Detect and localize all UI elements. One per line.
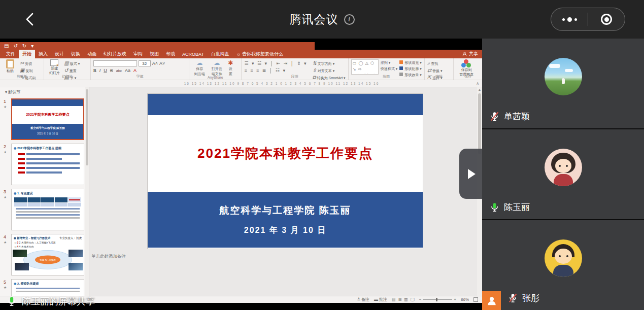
strikethrough-button[interactable]: S: [110, 68, 113, 73]
align-text-button[interactable]: ⇳ 对齐文本 ▾: [312, 67, 345, 74]
font-size-box[interactable]: 32: [139, 60, 151, 66]
thumbnail-scrollbar[interactable]: [85, 87, 89, 296]
italic-button[interactable]: I: [99, 68, 101, 73]
tab-view[interactable]: 视图: [146, 50, 162, 58]
quick-styles-button[interactable]: 快速样式 ▾: [381, 66, 397, 72]
slide-thumbnail-2[interactable]: ◉ 2021学院本科教学工作要点 提纲: [11, 144, 84, 185]
copy-button[interactable]: ▣ 复制: [20, 67, 36, 74]
undo-icon[interactable]: ↺: [13, 44, 17, 49]
shrink-font-button[interactable]: A˅: [159, 61, 165, 66]
notes-placeholder[interactable]: 单击此处添加备注: [91, 254, 126, 260]
tab-baidu-netdisk[interactable]: 百度网盘: [208, 50, 233, 58]
ppt-workspace: ▾ 默认节 1 ★ 2021学院本科教学工作要点 航空科学与工程学院 陈玉丽 2…: [0, 87, 482, 296]
reading-view-button[interactable]: ▥: [404, 297, 408, 302]
cut-button[interactable]: ✂ 剪切: [20, 60, 36, 66]
mic-on-icon: [6, 296, 17, 307]
info-icon[interactable]: i: [344, 14, 355, 25]
text-direction-button[interactable]: ⇅ 文字方向 ▾: [312, 60, 345, 66]
bold-button[interactable]: B: [93, 68, 96, 73]
member-view-badge[interactable]: [482, 291, 501, 310]
grow-font-button[interactable]: A˄: [152, 61, 158, 66]
section-header[interactable]: ▾ 默认节: [0, 87, 89, 95]
app-title: 腾讯会议: [290, 12, 338, 27]
main-slide[interactable]: 2021学院本科教学工作要点 航空科学与工程学院 陈玉丽 2021 年 3 月 …: [148, 94, 423, 249]
sorter-view-button[interactable]: ⊞: [398, 297, 402, 302]
font-color-button[interactable]: A: [133, 68, 137, 73]
list-buttons-row[interactable]: ☰ ▾ ☱ ▾ │ ⇤ ⇥ │ ⇕ ▾: [244, 61, 307, 66]
tab-animations[interactable]: 动画: [84, 50, 100, 58]
notes-toggle[interactable]: ≜ 备注: [357, 297, 369, 302]
tab-home[interactable]: 开始: [19, 50, 35, 58]
person-icon: [462, 52, 467, 56]
case-button[interactable]: Aa: [125, 68, 130, 73]
thumb3-table: [14, 197, 81, 206]
arrange-button[interactable]: 排列 ▾: [381, 60, 397, 65]
find-button[interactable]: ⌕ 查找: [427, 60, 443, 66]
ppt-share-button[interactable]: 共享: [462, 50, 478, 58]
participant-tile-3[interactable]: 张彤: [482, 220, 644, 310]
tab-file[interactable]: 文件: [3, 50, 19, 58]
scroll-up-icon[interactable]: ▲: [478, 87, 482, 92]
comments-toggle[interactable]: ▬ 批注: [374, 297, 387, 302]
layout-button[interactable]: ▥ 版式 ▾: [64, 60, 80, 66]
lightbulb-icon: ☼: [236, 52, 241, 57]
fit-slide-icon[interactable]: [473, 297, 478, 302]
tab-transitions[interactable]: 切换: [67, 50, 84, 58]
save-to-cloud-button[interactable]: ☁保存到云端: [192, 59, 207, 76]
participant-tile-1[interactable]: 单茜颖: [482, 39, 644, 128]
shape-fill-button[interactable]: 形状填充 ▾: [399, 60, 421, 65]
participant-name: 陈玉丽: [504, 201, 530, 213]
zoom-in-icon[interactable]: +: [454, 297, 456, 302]
expand-videos-handle[interactable]: [459, 149, 482, 199]
underline-button[interactable]: U: [104, 68, 107, 73]
align-buttons-row[interactable]: ≡ ≡ ≡ ≣ │ ☷ ▾: [244, 68, 307, 73]
slide-thumbnail-3[interactable]: ◉ 1. 专业建设: [11, 189, 84, 230]
tab-insert[interactable]: 插入: [35, 50, 51, 58]
slide-subtitle: 航空科学与工程学院 陈玉丽: [148, 204, 423, 217]
slide-thumbnail-4[interactable]: ◉ 新增专业－智能飞行器技术专业负责人：刘虎 □ 2 2 大理科方向：人工智能+…: [11, 234, 84, 275]
zoom-level[interactable]: 86%: [461, 297, 469, 302]
shape-outline-button[interactable]: 形状轮廓 ▾: [399, 66, 421, 72]
shapes-gallery[interactable]: ▭ ◯ △ ⬡ ↘ ⇨□ ◇ ⟋ ⟍ ☆ ⇦: [351, 59, 379, 75]
paste-button[interactable]: 粘贴: [3, 59, 18, 73]
cloud-icon: ☁: [196, 59, 202, 66]
zoom-out-icon[interactable]: −: [419, 297, 422, 302]
new-slide-button[interactable]: 新建幻灯片: [47, 59, 62, 76]
thumbnail-wrap-3: 3 ★ ◉ 1. 专业建设: [11, 189, 84, 230]
redo-icon[interactable]: ↻: [22, 44, 26, 49]
slideshow-button[interactable]: 🖵: [411, 297, 415, 302]
slide-thumbnail-5[interactable]: ◉ 2. 师资队伍建设: [11, 279, 84, 296]
more-options-button[interactable]: [551, 8, 588, 30]
slide-thumbnail-1[interactable]: 2021学院本科教学工作要点 航空科学与工程学院 陈玉丽 2021 年 3 月 …: [11, 98, 84, 140]
tab-design[interactable]: 设计: [51, 50, 67, 58]
tab-review[interactable]: 审阅: [130, 50, 146, 58]
thumbnail-wrap-1: 1 ★ 2021学院本科教学工作要点 航空科学与工程学院 陈玉丽 2021 年 …: [11, 98, 84, 140]
clear-format-button[interactable]: abc: [116, 69, 122, 73]
ppt-titlebar-row: ▤ ↺ ↻ ▾: [0, 42, 482, 50]
reset-button[interactable]: ↺ 重置: [64, 67, 80, 74]
save-icon[interactable]: ▤: [4, 44, 9, 49]
font-name-box[interactable]: [93, 60, 137, 66]
open-cloud-file-button[interactable]: ☁打开云端文件: [209, 59, 224, 76]
mic-muted-icon: [507, 293, 518, 303]
tab-help[interactable]: 帮助: [162, 50, 179, 58]
slide-title[interactable]: 2021学院本科教学工作要点: [148, 145, 423, 162]
thumb1-top-band: [12, 99, 83, 106]
group-font: 32 A˄ A˅ B I U S abc Aa A: [91, 58, 189, 80]
play-arrow-icon: [468, 169, 476, 179]
tab-slideshow[interactable]: 幻灯片放映: [100, 50, 130, 58]
qat-customize-icon[interactable]: ▾: [31, 44, 33, 49]
tab-acrobat[interactable]: ACROBAT: [179, 50, 208, 58]
screen-share-area: ▤ ↺ ↻ ▾ 文件 开始 插入 设计 切换 动画 幻灯片放映 审阅 视图 帮助…: [0, 39, 482, 310]
collapse-ribbon-icon[interactable]: ∧: [476, 81, 479, 86]
normal-view-button[interactable]: ▤: [392, 297, 396, 302]
participant-name-row: 单茜颖: [489, 111, 530, 122]
zoom-slider[interactable]: − +: [419, 297, 456, 302]
anyshare-settings-button[interactable]: ✱设置: [226, 59, 234, 76]
scrollbar-thumb[interactable]: [478, 93, 481, 154]
tell-me-box[interactable]: ☼告诉我你想要做什么: [233, 50, 287, 58]
participant-tile-2[interactable]: 陈玉丽: [482, 129, 644, 219]
record-close-button[interactable]: [588, 8, 625, 30]
replace-button[interactable]: ⇄ 替换 ▾: [427, 67, 443, 74]
thumb4-photo: [69, 263, 83, 270]
